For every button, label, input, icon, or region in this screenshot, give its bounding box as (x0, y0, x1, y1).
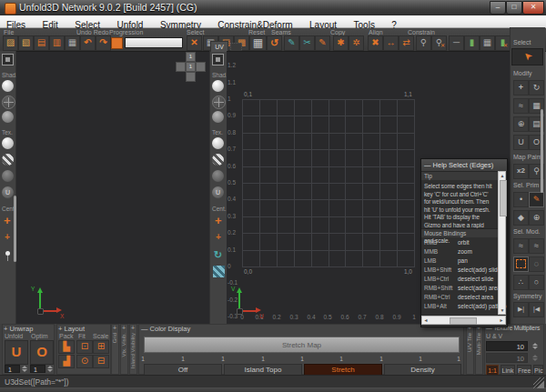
uv-texture-none-sphere-icon[interactable] (212, 137, 224, 149)
snapshot-icon[interactable]: ▦ (65, 35, 80, 51)
circle-select-icon[interactable]: ○ (529, 275, 544, 290)
paste-uv-icon[interactable]: ✲ (349, 35, 364, 51)
v-multiplier-field[interactable]: 10 (486, 353, 528, 363)
paint-select-icon[interactable]: ∴ (513, 275, 529, 290)
texture-checker-sphere-icon[interactable] (2, 154, 14, 166)
pack-islands-icon[interactable]: ▙ (58, 340, 75, 354)
texture-none-sphere-icon[interactable] (2, 137, 14, 149)
redo-icon[interactable]: ↷ (96, 35, 111, 51)
scroll-left-icon[interactable]: ◄ (422, 317, 430, 324)
fit-selected-icon[interactable]: ⊙ (76, 355, 93, 368)
loop-select-icon[interactable]: ≈ (513, 238, 529, 254)
scale-down-icon[interactable]: ⊟ (93, 355, 109, 368)
right-panel-scrollbar[interactable] (541, 109, 543, 193)
expand-icon[interactable]: + (58, 325, 62, 333)
center-selection-icon[interactable]: + (5, 233, 10, 242)
shading-white-sphere-icon[interactable] (2, 80, 14, 92)
clear-selection-icon[interactable]: ✕ (187, 35, 202, 51)
import-file-icon[interactable]: ▧ (18, 35, 34, 51)
scroll-down-icon[interactable]: ▼ (499, 307, 506, 314)
select-element-icon[interactable]: ⊕ (529, 210, 544, 226)
texture-custom-sphere-icon[interactable]: U (2, 186, 14, 198)
unfold-tool-icon[interactable]: U (513, 135, 529, 150)
select-edge-icon[interactable]: ✎ (529, 192, 544, 207)
copy-uv-icon[interactable]: ✱ (333, 35, 349, 51)
viewport-bookmark-1[interactable]: 1 (186, 52, 196, 62)
brush-tool-icon[interactable]: ≈ (513, 98, 529, 114)
expand-icon[interactable]: + (122, 325, 126, 331)
x2-multiplier-icon[interactable]: x2 (513, 164, 529, 179)
constrain-pin-icon[interactable]: ⚲ (416, 35, 431, 51)
close-button[interactable]: ✕ (522, 1, 544, 15)
unfold-iterations-field[interactable]: 1 (5, 365, 20, 373)
scroll-right-icon[interactable]: ► (498, 317, 505, 324)
uv-shading-flat-sphere-icon[interactable] (212, 111, 224, 123)
seam-cut-icon[interactable]: ✂ (299, 35, 315, 51)
unfold-button[interactable]: U (5, 340, 28, 365)
uv-texture-checker-sphere-icon[interactable] (212, 154, 224, 166)
undo-icon[interactable]: ↶ (80, 35, 96, 51)
align-cross-icon[interactable]: ✖ (368, 35, 383, 51)
title-bar[interactable]: Unfold3D Network 9.0.2 [Build 2457] (CG)… (0, 0, 546, 15)
horizontal-scroll-thumb[interactable] (450, 317, 477, 325)
save-as-icon[interactable]: ▥ (49, 35, 65, 51)
color-display-header[interactable]: — Color Display (141, 325, 190, 333)
island-visibility-collapsed-panel[interactable]: +Island Visibility (129, 324, 137, 375)
align-horizontal-icon[interactable]: ↔ (383, 35, 399, 51)
uv-texture-custom-sphere-icon[interactable]: U (212, 186, 224, 198)
viewport-3d[interactable] (16, 51, 209, 325)
help-horizontal-scrollbar[interactable]: ◄ ► (421, 316, 506, 325)
viewport-bookmark-left[interactable] (176, 62, 186, 72)
vertical-scroll-thumb[interactable] (500, 180, 507, 216)
uv-center-selection-icon[interactable]: + (216, 233, 221, 242)
uv-shading-wireframe-sphere-icon[interactable] (212, 95, 226, 109)
reset-icon[interactable]: ↺ (267, 35, 282, 51)
align-distribute-icon[interactable]: ⇄ (399, 35, 414, 51)
shading-flat-sphere-icon[interactable] (2, 111, 14, 123)
move-tool-icon[interactable]: + (513, 80, 529, 95)
uv-center-pivot-icon[interactable]: + (215, 215, 222, 226)
uv-refresh-icon[interactable]: ↻ (214, 249, 222, 261)
u-multiplier-field[interactable]: 10 (486, 341, 528, 351)
v-multiplier-stepper[interactable] (531, 354, 538, 362)
expand-icon[interactable]: + (113, 325, 116, 331)
progression-stop-icon[interactable] (111, 37, 123, 49)
expand-icon[interactable]: + (4, 325, 7, 333)
select-point-icon[interactable]: • (513, 192, 529, 207)
layout-panel-header[interactable]: + Layout (58, 325, 85, 333)
optimize-button[interactable]: O (30, 340, 54, 365)
multi-tile-collapsed-panel[interactable]: +Multi-Tile (475, 324, 483, 375)
shading-wireframe-sphere-icon[interactable] (2, 95, 15, 109)
viewport-bookmark-2[interactable]: 1 (186, 62, 196, 72)
minimize-button[interactable]: – (490, 1, 506, 15)
unwrap-panel-header[interactable]: + Unwrap (4, 325, 33, 333)
frame-all-icon[interactable] (2, 54, 14, 65)
resize-grip[interactable] (533, 377, 544, 388)
seam-pen-icon[interactable]: ✎ (284, 35, 299, 51)
uv-frame-all-icon[interactable] (212, 54, 224, 65)
unfold-iterations-stepper[interactable] (21, 365, 27, 373)
symmetry-mirror-right-icon[interactable]: |◀ (529, 302, 544, 317)
optim-iterations-field[interactable]: 1 (30, 365, 46, 373)
maximize-button[interactable]: □ (506, 1, 522, 15)
expand-icon[interactable]: + (131, 325, 135, 331)
collapse-icon[interactable]: — (424, 161, 431, 169)
viewport-bookmark-bottom[interactable] (186, 72, 196, 82)
constrain-grid-icon[interactable]: ▦ (480, 35, 495, 51)
vtx-visibility-collapsed-panel[interactable]: +Vtx. Visib. (120, 324, 128, 375)
wrap-sphere-tool-icon[interactable]: ⊕ (513, 116, 529, 132)
pack-selected-icon[interactable]: ▟ (58, 355, 75, 368)
fit-island-icon[interactable]: ⊡ (76, 340, 93, 354)
uv-tile-collapsed-panel[interactable]: +U/V Tile (466, 324, 474, 375)
constrain-horizontal-icon[interactable]: ─ (449, 35, 464, 51)
ring-select-icon[interactable]: ≈ (529, 238, 544, 254)
viewport-bookmark-right[interactable] (196, 62, 206, 72)
constrain-vertical-icon[interactable]: ▮ (464, 35, 480, 51)
grid-collapsed-panel[interactable]: +Grid (111, 324, 119, 375)
open-file-icon[interactable]: ▨ (3, 35, 18, 51)
save-file-icon[interactable]: ▤ (34, 35, 49, 51)
scale-up-icon[interactable]: ⊞ (93, 340, 109, 354)
select-grid-icon[interactable]: ▦ (249, 35, 267, 51)
uv-checker-grid-icon[interactable] (213, 266, 225, 277)
marquee-select-icon[interactable] (513, 256, 529, 272)
